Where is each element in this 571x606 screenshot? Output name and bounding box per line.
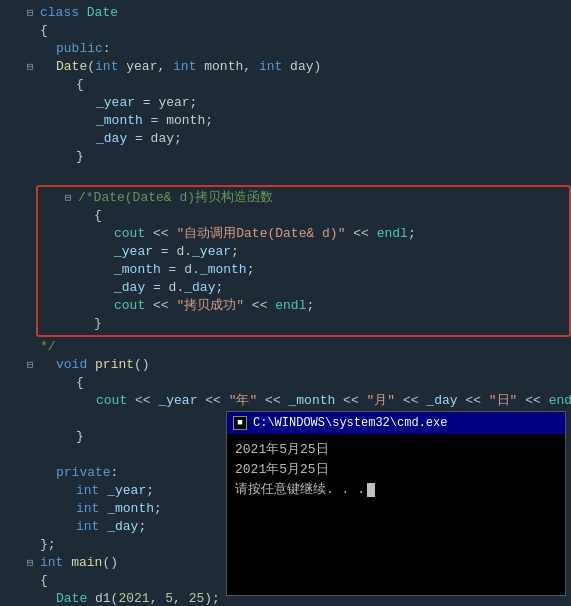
code-content: cout << "拷贝成功" << endl; [74, 297, 565, 315]
code-content: } [74, 315, 565, 333]
code-line-17: cout << "拷贝成功" << endl; [38, 297, 569, 315]
code-content: cout << _year << "年" << _month << "月" <<… [36, 392, 571, 410]
code-line-14: _year = d._year; [38, 243, 569, 261]
code-line-9: } [0, 148, 571, 166]
code-content: } [36, 148, 567, 166]
code-line-1: ⊟ class Date [0, 4, 571, 22]
collapse-icon[interactable]: ⊟ [24, 58, 36, 76]
comment-block-border: ⊟ /*Date(Date& d)拷贝构造函数 { cout << "自动调用D… [36, 185, 571, 337]
code-content: Date(int year, int month, int day) [36, 58, 567, 76]
code-line-13: cout << "自动调用Date(Date& d)" << endl; [38, 225, 569, 243]
code-content: public: [36, 40, 567, 58]
code-content: { [36, 22, 567, 40]
collapse-icon[interactable]: ⊟ [62, 189, 74, 207]
code-line-12: { [38, 207, 569, 225]
code-line-16: _day = d._day; [38, 279, 569, 297]
code-line-18: } [38, 315, 569, 333]
cmd-titlebar: ■ C:\WINDOWS\system32\cmd.exe [227, 412, 565, 434]
code-content: _year = year; [36, 94, 567, 112]
collapse-icon[interactable]: ⊟ [24, 356, 36, 374]
code-content: _month = month; [36, 112, 567, 130]
code-content: /*Date(Date& d)拷贝构造函数 [74, 189, 565, 207]
code-line-22: cout << _year << "年" << _month << "月" <<… [0, 392, 571, 410]
code-line-6: _year = year; [0, 94, 571, 112]
collapse-icon[interactable]: ⊟ [24, 4, 36, 22]
code-content: { [36, 76, 567, 94]
code-content: class Date [36, 4, 567, 22]
code-editor: ⊟ class Date { public: ⊟ Date(int year, … [0, 0, 571, 606]
cmd-output-line-3: 请按任意键继续. . . [235, 480, 557, 500]
collapse-icon[interactable]: ⊟ [24, 554, 36, 572]
comment-block-region: ⊟ /*Date(Date& d)拷贝构造函数 { cout << "自动调用D… [0, 185, 571, 337]
code-line-8: _day = day; [0, 130, 571, 148]
code-content: _day = d._day; [74, 279, 565, 297]
cmd-title: C:\WINDOWS\system32\cmd.exe [253, 416, 447, 430]
code-line-21: { [0, 374, 571, 392]
code-content: _year = d._year; [74, 243, 565, 261]
code-content: { [74, 207, 565, 225]
code-line-4: ⊟ Date(int year, int month, int day) [0, 58, 571, 76]
cmd-icon: ■ [233, 416, 247, 430]
code-content: { [36, 374, 567, 392]
code-line-10 [0, 166, 571, 184]
code-line-7: _month = month; [0, 112, 571, 130]
code-content: void print() [36, 356, 567, 374]
cmd-output-line-2: 2021年5月25日 [235, 460, 557, 480]
cmd-output-line-1: 2021年5月25日 [235, 440, 557, 460]
code-line-2: { [0, 22, 571, 40]
code-line-15: _month = d._month; [38, 261, 569, 279]
code-content: _day = day; [36, 130, 567, 148]
code-content: */ [36, 338, 567, 356]
code-line-20: ⊟ void print() [0, 356, 571, 374]
code-line-3: public: [0, 40, 571, 58]
cursor [367, 483, 375, 497]
cmd-window[interactable]: ■ C:\WINDOWS\system32\cmd.exe 2021年5月25日… [226, 411, 566, 596]
code-line-5: { [0, 76, 571, 94]
cmd-body: 2021年5月25日 2021年5月25日 请按任意键继续. . . [227, 434, 565, 506]
code-content: cout << "自动调用Date(Date& d)" << endl; [74, 225, 565, 243]
code-line-11: ⊟ /*Date(Date& d)拷贝构造函数 [38, 189, 569, 207]
code-content: _month = d._month; [74, 261, 565, 279]
code-line-19: */ [0, 338, 571, 356]
